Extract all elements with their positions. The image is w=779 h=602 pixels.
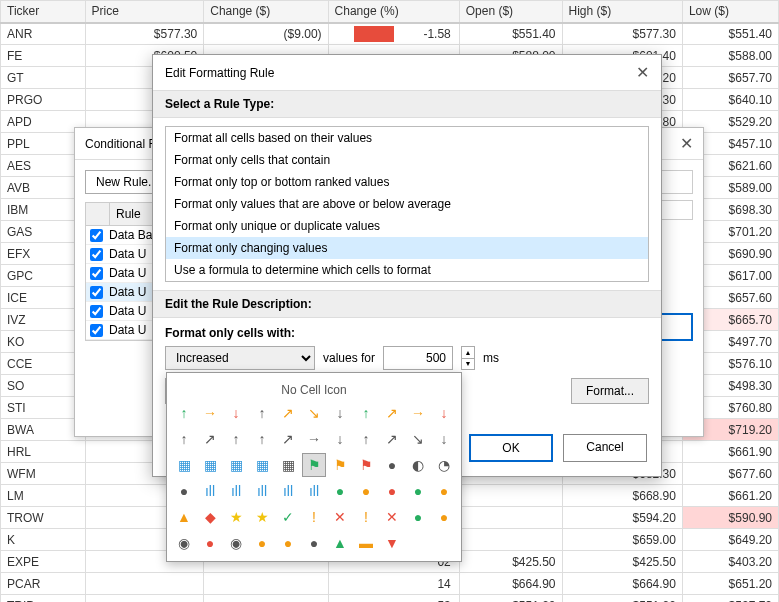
palette-icon[interactable]: ↑ [172, 427, 196, 451]
column-header[interactable]: Price [85, 1, 204, 23]
palette-icon[interactable]: ▦ [276, 453, 300, 477]
direction-select[interactable]: Increased [165, 346, 315, 370]
close-icon[interactable]: ✕ [636, 63, 649, 82]
palette-icon[interactable]: ↑ [354, 401, 378, 425]
column-header[interactable]: Low ($) [682, 1, 778, 23]
palette-icon[interactable]: ▬ [354, 531, 378, 555]
palette-icon[interactable]: ▦ [198, 453, 222, 477]
palette-icon[interactable]: ↘ [302, 401, 326, 425]
rule-type-item[interactable]: Use a formula to determine which cells t… [166, 259, 648, 281]
palette-icon[interactable]: ▼ [380, 531, 404, 555]
palette-icon[interactable]: ↑ [224, 427, 248, 451]
palette-icon[interactable]: ▲ [172, 505, 196, 529]
palette-icon[interactable]: ● [354, 479, 378, 503]
palette-icon[interactable]: ● [406, 505, 430, 529]
palette-icon[interactable]: ↑ [172, 401, 196, 425]
palette-icon[interactable]: ● [276, 531, 300, 555]
column-header[interactable]: Ticker [1, 1, 86, 23]
palette-icon[interactable]: ★ [224, 505, 248, 529]
rule-type-item[interactable]: Format all cells based on their values [166, 127, 648, 149]
palette-icon[interactable]: ✕ [380, 505, 404, 529]
rule-type-item[interactable]: Format only values that are above or bel… [166, 193, 648, 215]
palette-icon[interactable]: ● [380, 453, 404, 477]
palette-icon[interactable]: ● [432, 505, 456, 529]
ms-label: ms [483, 351, 499, 365]
palette-icon[interactable]: ıll [198, 479, 222, 503]
rule-checkbox[interactable] [90, 324, 103, 337]
palette-icon[interactable]: ! [302, 505, 326, 529]
no-cell-icon-option[interactable]: No Cell Icon [173, 379, 455, 401]
palette-icon[interactable]: ↑ [250, 427, 274, 451]
rule-type-item[interactable]: Format only top or bottom ranked values [166, 171, 648, 193]
edit-description-header: Edit the Rule Description: [153, 290, 661, 318]
palette-icon[interactable]: ↗ [380, 401, 404, 425]
table-row[interactable]: TRIP53$551.20$551.20$527.70 [1, 595, 779, 603]
format-button[interactable]: Format... [571, 378, 649, 404]
palette-icon[interactable]: ◐ [406, 453, 430, 477]
table-row[interactable]: PCAR14$664.90$664.90$651.20 [1, 573, 779, 595]
palette-icon[interactable]: → [302, 427, 326, 451]
rule-type-item[interactable]: Format only unique or duplicate values [166, 215, 648, 237]
palette-icon[interactable]: ⚑ [302, 453, 326, 477]
palette-icon[interactable]: ↓ [224, 401, 248, 425]
palette-icon[interactable]: ✓ [276, 505, 300, 529]
palette-icon[interactable]: ↑ [250, 401, 274, 425]
palette-icon[interactable]: ▦ [250, 453, 274, 477]
palette-icon[interactable]: ★ [250, 505, 274, 529]
palette-icon[interactable]: ! [354, 505, 378, 529]
palette-icon[interactable]: ↗ [380, 427, 404, 451]
palette-icon[interactable]: ↗ [276, 427, 300, 451]
column-header[interactable]: High ($) [562, 1, 682, 23]
palette-icon[interactable]: ↓ [328, 427, 352, 451]
rule-checkbox[interactable] [90, 229, 103, 242]
palette-icon[interactable]: ● [406, 479, 430, 503]
ok-button[interactable]: OK [469, 434, 553, 462]
palette-icon[interactable]: ● [380, 479, 404, 503]
palette-icon[interactable]: ◔ [432, 453, 456, 477]
close-icon[interactable]: ✕ [680, 134, 693, 153]
palette-icon[interactable]: ● [302, 531, 326, 555]
palette-icon[interactable]: ● [198, 531, 222, 555]
palette-icon[interactable]: ıll [302, 479, 326, 503]
dialog-title: Edit Formatting Rule [165, 66, 274, 80]
table-row[interactable]: ANR$577.30($9.00)-1.58$551.40$577.30$551… [1, 23, 779, 45]
palette-icon[interactable]: ▦ [224, 453, 248, 477]
palette-icon[interactable]: ● [328, 479, 352, 503]
rule-type-item[interactable]: Format only cells that contain [166, 149, 648, 171]
palette-icon[interactable]: ▲ [328, 531, 352, 555]
cancel-button[interactable]: Cancel [563, 434, 647, 462]
palette-icon[interactable]: ↗ [276, 401, 300, 425]
column-header[interactable]: Open ($) [459, 1, 562, 23]
icon-palette-popup: No Cell Icon ↑→↓↑↗↘↓↑↗→↓↑↗↑↑↗→↓↑↗↘↓▦▦▦▦▦… [166, 372, 462, 562]
palette-icon[interactable]: ↓ [328, 401, 352, 425]
rule-checkbox[interactable] [90, 267, 103, 280]
palette-icon[interactable]: ● [172, 479, 196, 503]
rule-checkbox[interactable] [90, 248, 103, 261]
palette-icon[interactable]: ● [250, 531, 274, 555]
palette-icon[interactable]: ● [432, 479, 456, 503]
palette-icon[interactable]: ↗ [198, 427, 222, 451]
palette-icon[interactable]: ↑ [354, 427, 378, 451]
palette-icon[interactable]: ◉ [172, 531, 196, 555]
rule-checkbox[interactable] [90, 286, 103, 299]
palette-icon[interactable]: ◉ [224, 531, 248, 555]
palette-icon[interactable]: ▦ [172, 453, 196, 477]
duration-input[interactable] [383, 346, 453, 370]
palette-icon[interactable]: → [406, 401, 430, 425]
palette-icon[interactable]: ıll [250, 479, 274, 503]
palette-icon[interactable]: ıll [224, 479, 248, 503]
palette-icon[interactable]: ⚑ [328, 453, 352, 477]
column-header[interactable]: Change ($) [204, 1, 328, 23]
duration-spinner[interactable]: ▲▼ [461, 346, 475, 370]
palette-icon[interactable]: ✕ [328, 505, 352, 529]
rule-type-item[interactable]: Format only changing values [166, 237, 648, 259]
palette-icon[interactable]: ıll [276, 479, 300, 503]
rule-checkbox[interactable] [90, 305, 103, 318]
palette-icon[interactable]: ⚑ [354, 453, 378, 477]
palette-icon[interactable]: ↘ [406, 427, 430, 451]
column-header[interactable]: Change (%) [328, 1, 459, 23]
palette-icon[interactable]: ↓ [432, 427, 456, 451]
palette-icon[interactable]: ↓ [432, 401, 456, 425]
palette-icon[interactable]: → [198, 401, 222, 425]
palette-icon[interactable]: ◆ [198, 505, 222, 529]
